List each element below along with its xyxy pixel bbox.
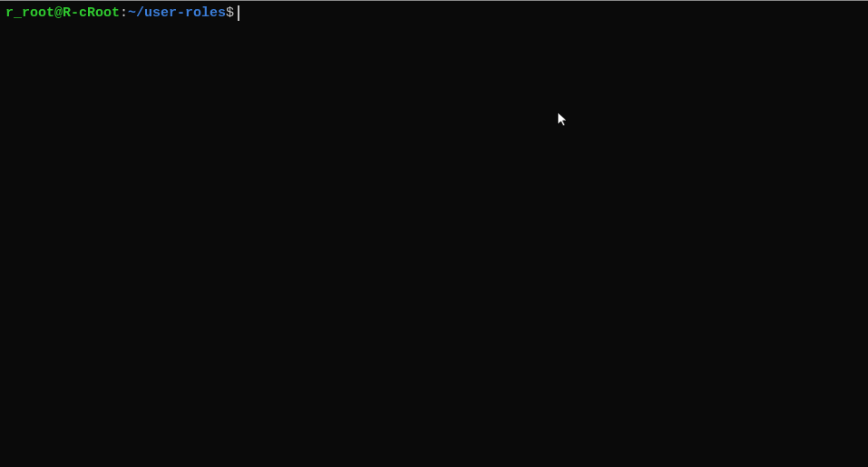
text-cursor xyxy=(238,5,239,21)
mouse-cursor-icon xyxy=(557,112,570,132)
prompt-separator: : xyxy=(120,5,128,23)
prompt-path: ~/user-roles xyxy=(128,5,226,23)
prompt-line: r_root@R-cRoot:~/user-roles$ xyxy=(5,5,863,23)
terminal-window[interactable]: r_root@R-cRoot:~/user-roles$ xyxy=(0,1,868,467)
prompt-user-host: r_root@R-cRoot xyxy=(5,5,120,23)
prompt-symbol: $ xyxy=(226,5,234,23)
